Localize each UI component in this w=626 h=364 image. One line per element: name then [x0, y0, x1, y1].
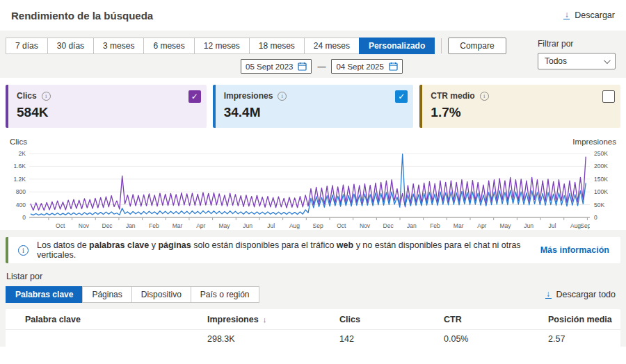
search-performance-page: Rendimiento de la búsqueda Descargar 7 d…	[0, 0, 626, 364]
clicks-card-value: 584K	[17, 105, 200, 120]
svg-text:Oct: Oct	[56, 222, 65, 229]
svg-text:Sep: Sep	[580, 222, 590, 229]
filter-label: Filtrar por	[538, 39, 616, 49]
svg-text:Apr: Apr	[477, 222, 486, 229]
svg-text:Dec: Dec	[102, 222, 113, 229]
list-by-label: Listar por	[6, 272, 620, 281]
impressions-card: Impresiones 34.4M ✓	[213, 85, 414, 128]
clicks-card-label: Clics	[17, 91, 200, 101]
date-to-value: 04 Sept 2025	[336, 63, 383, 71]
left-axis-title: Clics	[10, 138, 27, 146]
clicks-card-title: Clics	[17, 91, 37, 101]
cell-position: 2.57	[548, 334, 620, 344]
clicks-checkbox[interactable]: ✓	[188, 90, 201, 103]
impressions-checkbox[interactable]: ✓	[395, 90, 408, 103]
svg-text:Jun: Jun	[243, 222, 252, 229]
date-from-value: 05 Sept 2023	[246, 63, 293, 71]
date-range-separator: —	[317, 62, 326, 72]
ctr-card-title: CTR medio	[431, 91, 474, 101]
svg-text:Feb: Feb	[430, 222, 440, 229]
filter-select[interactable]: Todos	[538, 53, 616, 69]
svg-text:Nov: Nov	[79, 222, 90, 229]
more-info-link[interactable]: Más información	[540, 245, 609, 255]
range-tab-24-meses[interactable]: 24 meses	[304, 38, 360, 54]
svg-text:Aug: Aug	[289, 222, 300, 229]
table-row[interactable]: 298.3K 142 0.05% 2.57	[6, 330, 620, 347]
chart-body: 2K1.6K1.2K8004000 OctNovDecJanFebMarAprM…	[10, 152, 616, 230]
info-icon[interactable]	[480, 92, 489, 101]
keywords-table: Palabra clave Impresiones Clics CTR Posi…	[6, 309, 620, 347]
tab-dispositivo[interactable]: Dispositivo	[131, 286, 191, 303]
download-all-link[interactable]: Descargar todo	[545, 290, 616, 299]
chart-axis-titles: Clics Impresiones	[10, 138, 616, 146]
svg-text:Jul: Jul	[267, 222, 275, 229]
table-header-row: Palabra clave Impresiones Clics CTR Posi…	[6, 309, 620, 330]
date-range-toolbar: 7 días 30 días 3 meses 6 meses 12 meses …	[0, 31, 626, 78]
right-axis-ticks: 250K200K150K100K50K0	[590, 152, 616, 230]
col-header-impressions[interactable]: Impresiones	[207, 315, 339, 324]
date-from-input[interactable]: 05 Sept 2023	[241, 59, 312, 74]
download-icon	[545, 291, 552, 299]
svg-text:Jul: Jul	[548, 222, 556, 229]
cell-clicks: 142	[339, 334, 444, 344]
toolbar-divider	[441, 38, 442, 53]
svg-text:Oct: Oct	[337, 222, 346, 229]
performance-chart: Clics Impresiones 2K1.6K1.2K8004000 OctN…	[0, 133, 626, 230]
range-tab-12-meses[interactable]: 12 meses	[194, 38, 250, 54]
range-tab-personalizado[interactable]: Personalizado	[359, 38, 435, 54]
sort-desc-icon	[263, 315, 267, 324]
tab-pais-o-region[interactable]: País o región	[191, 286, 259, 303]
banner-text: Los datos de palabras clave y páginas so…	[37, 240, 532, 260]
cell-ctr: 0.05%	[444, 334, 548, 344]
svg-text:Mar: Mar	[172, 222, 183, 229]
col-header-position[interactable]: Posición media	[548, 315, 620, 324]
col-header-clicks[interactable]: Clics	[339, 315, 444, 324]
filter-block: Filtrar por Todos	[538, 39, 616, 69]
range-tab-18-meses[interactable]: 18 meses	[249, 38, 305, 54]
svg-text:Feb: Feb	[149, 222, 159, 229]
download-label: Descargar	[575, 10, 615, 20]
range-tabs: 7 días 30 días 3 meses 6 meses 12 meses …	[6, 38, 626, 54]
info-icon	[18, 245, 29, 256]
download-icon	[563, 12, 570, 19]
download-link[interactable]: Descargar	[563, 10, 615, 20]
right-axis-title: Impresiones	[572, 138, 616, 146]
left-axis-ticks: 2K1.6K1.2K8004000	[10, 152, 29, 230]
svg-text:Aug: Aug	[570, 222, 581, 229]
calendar-icon	[298, 62, 307, 71]
info-icon[interactable]	[278, 92, 287, 101]
page-header: Rendimiento de la búsqueda Descargar	[0, 0, 626, 31]
ctr-checkbox[interactable]	[602, 90, 615, 103]
range-tab-3-meses[interactable]: 3 meses	[93, 38, 144, 54]
ctr-card-label: CTR medio	[431, 91, 613, 101]
filter-selected-value: Todos	[545, 56, 567, 66]
col-header-keyword[interactable]: Palabra clave	[6, 315, 207, 324]
tab-paginas[interactable]: Páginas	[82, 286, 131, 303]
svg-text:Sep: Sep	[313, 222, 323, 229]
svg-text:Jun: Jun	[524, 222, 533, 229]
impressions-card-label: Impresiones	[224, 91, 407, 101]
date-to-input[interactable]: 04 Sept 2025	[331, 59, 402, 74]
cell-impressions: 298.3K	[207, 334, 339, 344]
clicks-card: Clics 584K ✓	[6, 85, 207, 128]
range-tab-30-dias[interactable]: 30 días	[47, 38, 94, 54]
download-all-label: Descargar todo	[556, 290, 616, 299]
range-tab-6-meses[interactable]: 6 meses	[143, 38, 194, 54]
svg-text:Jan: Jan	[126, 222, 136, 229]
metric-cards: Clics 584K ✓ Impresiones 34.4M ✓ CTR med…	[0, 78, 626, 133]
impressions-card-title: Impresiones	[224, 91, 273, 101]
calendar-icon	[389, 62, 398, 71]
range-tab-7-dias[interactable]: 7 días	[6, 38, 48, 54]
info-banner: Los datos de palabras clave y páginas so…	[6, 237, 620, 263]
col-header-ctr[interactable]: CTR	[444, 315, 548, 324]
info-icon[interactable]	[42, 92, 51, 101]
col-header-impressions-label: Impresiones	[207, 315, 259, 324]
svg-text:Mar: Mar	[454, 222, 464, 229]
svg-text:Dec: Dec	[383, 222, 394, 229]
details-section: Los datos de palabras clave y páginas so…	[0, 230, 626, 347]
svg-text:May: May	[218, 222, 230, 229]
svg-text:Jan: Jan	[407, 222, 417, 229]
list-by-tabs: Palabras clave Páginas Dispositivo País …	[6, 286, 620, 303]
tab-palabras-clave[interactable]: Palabras clave	[6, 286, 83, 303]
compare-button[interactable]: Compare	[448, 38, 506, 54]
